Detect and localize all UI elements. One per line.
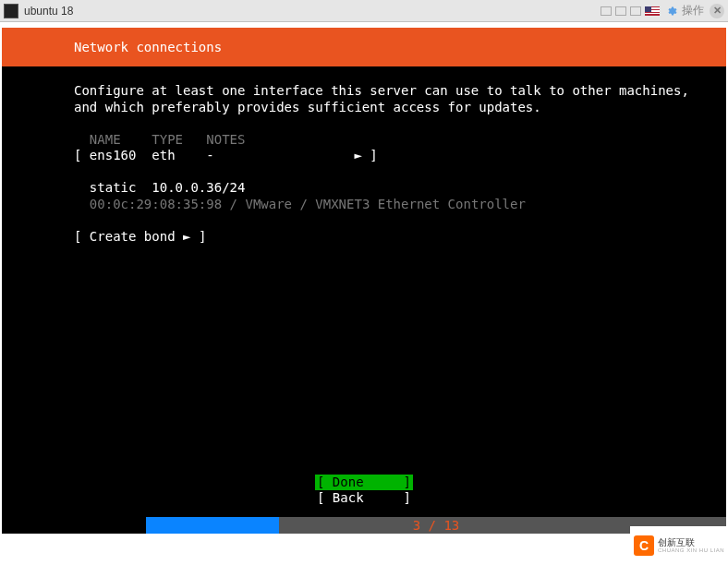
watermark-brand: 创新互联 xyxy=(658,537,695,547)
gear-icon[interactable] xyxy=(665,5,678,18)
titlebar-decor-3[interactable] xyxy=(630,6,641,16)
iface-address: 10.0.0.36/24 xyxy=(152,180,245,195)
locale-flag-icon[interactable] xyxy=(645,6,660,16)
instructions-line-2: and which preferably provides sufficient… xyxy=(74,100,541,114)
watermark-logo-icon: C xyxy=(634,535,654,556)
progress-fill xyxy=(146,517,279,534)
back-label: Back xyxy=(333,490,364,505)
hint-text-visible: Select an interface to configure it or s… xyxy=(74,547,557,561)
close-icon[interactable]: ✕ xyxy=(710,4,724,18)
progress-label: 3 / 13 xyxy=(413,518,460,533)
iface-type: eth xyxy=(152,148,175,162)
done-label: Done xyxy=(333,475,364,489)
installer-title: Network connections xyxy=(74,40,222,54)
iface-notes: - xyxy=(206,148,213,162)
titlebar-action-label[interactable]: 操作 xyxy=(682,3,704,18)
chevron-right-icon: ► xyxy=(183,229,190,244)
iface-config-mode: static xyxy=(90,180,137,195)
done-button[interactable]: Done xyxy=(315,475,413,490)
installer-header: Network connections xyxy=(2,28,726,66)
interface-row[interactable]: [ ens160 eth - ► ] xyxy=(74,148,726,164)
iface-name: ens160 xyxy=(90,148,137,162)
iface-vendor: VMware xyxy=(245,197,292,211)
installer-window: Network connections Configure at least o… xyxy=(2,28,726,534)
installer-body: Configure at least one interface this se… xyxy=(2,66,726,245)
back-button[interactable]: Back xyxy=(315,490,413,506)
window-title: ubuntu 18 xyxy=(24,5,73,18)
installer-buttons: Done Back xyxy=(2,475,726,506)
window-titlebar: ubuntu 18 操作 ✕ xyxy=(0,0,728,22)
app-icon xyxy=(4,4,18,18)
chevron-right-icon: ► xyxy=(354,148,361,162)
instructions-line-1: Configure at least one interface this se… xyxy=(74,83,689,98)
watermark: C 创新互联 CHUANG XIN HU LIAN xyxy=(630,526,728,565)
watermark-sub: CHUANG XIN HU LIAN xyxy=(658,547,724,553)
titlebar-decor-2[interactable] xyxy=(615,6,626,16)
create-bond-button[interactable]: [ Create bond ► ] xyxy=(74,229,726,246)
titlebar-decor-1[interactable] xyxy=(601,6,612,16)
col-name: NAME xyxy=(90,132,121,147)
iface-mac: 00:0c:29:08:35:98 xyxy=(90,197,222,211)
col-notes: NOTES xyxy=(206,132,245,147)
create-bond-label: Create bond xyxy=(90,229,176,244)
iface-model: VMXNET3 Ethernet Controller xyxy=(315,197,526,211)
col-type: TYPE xyxy=(152,132,183,147)
